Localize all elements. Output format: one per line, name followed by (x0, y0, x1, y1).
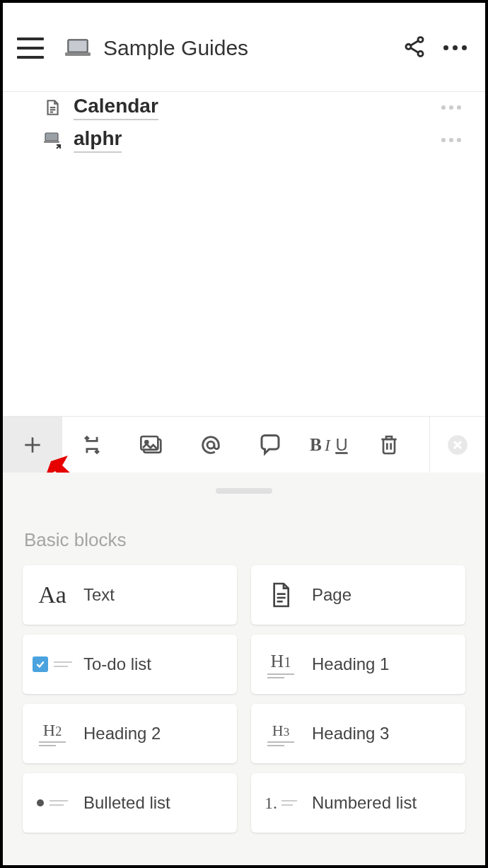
page-title: Sample Guides (103, 36, 402, 60)
text-icon: Aa (31, 574, 74, 616)
page-item-label: Calendar (74, 95, 158, 120)
svg-rect-12 (44, 141, 59, 143)
block-heading1[interactable]: H1 Heading 1 (251, 635, 465, 694)
bulleted-list-icon (31, 782, 74, 824)
close-toolbar-button[interactable] (430, 417, 485, 473)
text-format-button[interactable]: B I U (300, 417, 359, 473)
more-button[interactable] (443, 45, 467, 50)
svg-rect-1 (69, 41, 86, 51)
add-block-button[interactable] (3, 417, 62, 473)
svg-rect-2 (65, 52, 91, 56)
share-button[interactable] (402, 35, 443, 62)
comment-button[interactable] (240, 417, 300, 473)
svg-line-6 (411, 40, 419, 45)
page-item-alphr[interactable]: alphr (3, 125, 485, 157)
block-todo[interactable]: To-do list (23, 635, 237, 694)
svg-text:I: I (324, 436, 331, 454)
block-picker-panel: Basic blocks Aa Text Page (3, 473, 485, 865)
section-title: Basic blocks (3, 494, 485, 565)
svg-rect-11 (45, 133, 58, 141)
heading1-icon: H1 (260, 643, 302, 685)
block-label: Heading 2 (83, 724, 161, 743)
menu-button[interactable] (17, 37, 44, 59)
delete-button[interactable] (359, 417, 419, 473)
block-heading3[interactable]: H3 Heading 3 (251, 704, 465, 763)
svg-text:B: B (310, 435, 322, 454)
page-list: Calendar alphr (3, 92, 485, 157)
numbered-list-icon: 1. (260, 782, 302, 824)
page-icon (42, 98, 62, 117)
page-item-calendar[interactable]: Calendar (3, 92, 485, 125)
page-item-more[interactable] (434, 131, 468, 149)
editor-toolbar: B I U (3, 416, 485, 473)
block-label: Numbered list (312, 793, 417, 813)
block-text[interactable]: Aa Text (23, 565, 237, 625)
block-label: Heading 1 (312, 654, 389, 674)
block-heading2[interactable]: H2 Heading 2 (23, 704, 237, 763)
mention-button[interactable] (181, 417, 240, 473)
svg-text:U: U (335, 435, 347, 454)
block-label: To-do list (83, 654, 151, 674)
todo-icon (31, 643, 74, 685)
page-item-label: alphr (74, 127, 122, 153)
block-label: Text (83, 585, 115, 605)
block-label: Page (312, 585, 352, 605)
svg-point-5 (418, 51, 423, 56)
turn-into-button[interactable] (62, 417, 122, 473)
block-label: Bulleted list (83, 793, 170, 813)
heading3-icon: H3 (260, 712, 302, 755)
drag-handle[interactable] (216, 488, 272, 494)
image-button[interactable] (122, 417, 181, 473)
page-item-more[interactable] (434, 98, 468, 117)
block-bulleted-list[interactable]: Bulleted list (23, 773, 237, 833)
svg-point-4 (406, 44, 411, 49)
page-icon (260, 574, 302, 616)
block-numbered-list[interactable]: 1. Numbered list (251, 773, 465, 833)
laptop-link-icon (42, 130, 62, 150)
app-header: Sample Guides (3, 3, 485, 92)
heading2-icon: H2 (31, 712, 74, 755)
block-page[interactable]: Page (251, 565, 465, 625)
block-label: Heading 3 (312, 724, 389, 743)
svg-line-7 (411, 47, 419, 52)
svg-point-3 (418, 37, 423, 42)
svg-point-18 (207, 441, 214, 449)
laptop-icon (64, 38, 92, 58)
